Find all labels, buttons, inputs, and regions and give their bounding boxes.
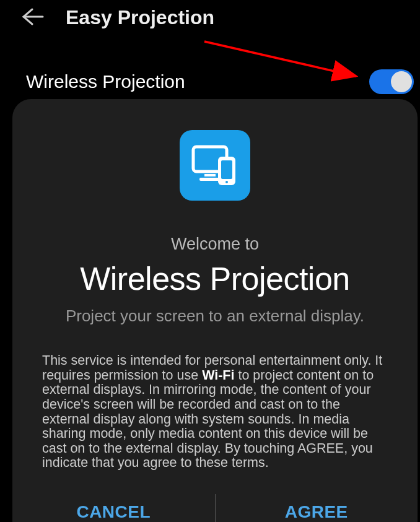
projection-app-icon — [180, 130, 250, 201]
header-bar: Easy Projection — [0, 0, 420, 45]
setting-label: Wireless Projection — [26, 71, 185, 92]
dialog-welcome-text: Welcome to — [171, 235, 259, 254]
svg-rect-4 — [199, 178, 221, 181]
wireless-projection-setting: Wireless Projection — [0, 69, 420, 94]
dialog-body-bold: Wi-Fi — [202, 368, 234, 383]
svg-rect-3 — [204, 174, 216, 176]
dialog-subtitle: Project your screen to an external displ… — [66, 307, 364, 326]
dialog-title: Wireless Projection — [80, 260, 350, 297]
back-arrow-icon[interactable] — [22, 7, 44, 28]
agree-button[interactable]: AGREE — [216, 484, 418, 522]
dialog-body-text: This service is intended for personal en… — [37, 354, 393, 471]
svg-rect-6 — [221, 160, 232, 179]
cancel-button[interactable]: CANCEL — [12, 484, 215, 522]
dialog-body-post: to project content on to external displa… — [42, 368, 374, 471]
page-title: Easy Projection — [66, 6, 214, 29]
welcome-dialog: Welcome to Wireless Projection Project y… — [12, 99, 418, 522]
svg-point-7 — [225, 181, 228, 183]
toggle-thumb — [391, 71, 412, 92]
dialog-footer: CANCEL AGREE — [12, 484, 418, 522]
wireless-projection-toggle[interactable] — [369, 69, 414, 94]
